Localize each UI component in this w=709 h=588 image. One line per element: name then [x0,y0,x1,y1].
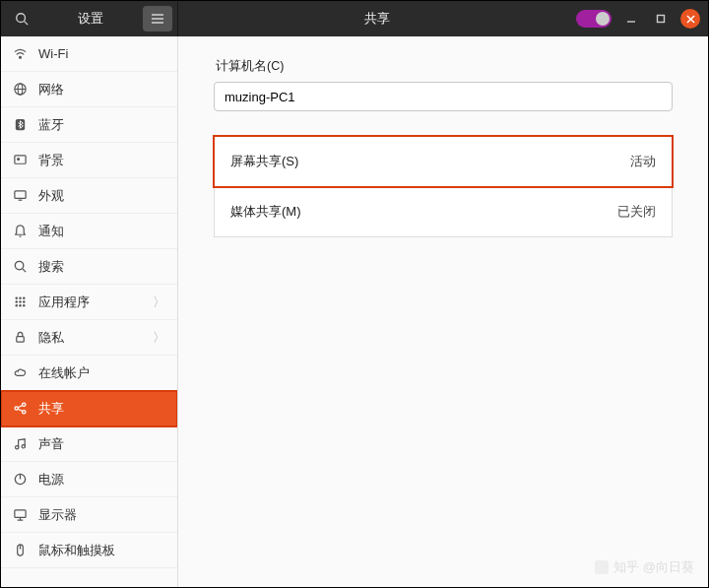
sidebar-item-label: 电源 [38,471,165,489]
setting-status: 活动 [630,153,656,170]
svg-point-26 [23,300,25,302]
svg-point-28 [19,304,21,306]
share-icon [13,401,28,416]
sidebar-item-power[interactable]: 电源 [1,462,177,497]
svg-point-22 [19,297,21,299]
sidebar-item-background[interactable]: 背景 [1,143,177,178]
setting-status: 已关闭 [617,203,656,221]
svg-rect-16 [15,191,26,199]
svg-point-37 [22,445,25,448]
svg-point-29 [23,304,25,306]
sharing-master-toggle[interactable] [576,10,612,28]
setting-row[interactable]: 媒体共享(M)已关闭 [214,186,673,237]
sidebar-item-label: 共享 [38,400,165,418]
sidebar-item-bell[interactable]: 通知 [1,214,177,249]
settings-title: 设置 [38,10,143,28]
lock-icon [13,330,28,345]
menu-button[interactable] [143,6,172,32]
hostname-label: 计算机名(C) [214,58,673,75]
sidebar-item-globe[interactable]: 网络 [1,72,177,107]
maximize-icon [656,14,666,24]
sidebar-item-apps[interactable]: 应用程序〉 [1,285,177,320]
svg-rect-14 [15,156,26,163]
minimize-icon [626,14,636,24]
sidebar-item-label: 蓝牙 [38,116,165,134]
svg-point-36 [16,446,19,449]
wifi-icon [13,46,28,61]
sidebar-item-display[interactable]: 显示器 [1,497,177,533]
display-icon [13,507,28,522]
sidebar-item-label: 通知 [38,223,165,240]
sidebar-item-label: 应用程序 [38,294,142,311]
svg-rect-6 [658,16,665,23]
sidebar-item-search[interactable]: 搜索 [1,249,177,285]
svg-line-20 [23,269,26,272]
svg-point-27 [16,304,18,306]
sidebar-item-label: 显示器 [38,506,165,524]
cloud-icon [13,365,28,380]
svg-line-1 [25,22,29,26]
sidebar-item-label: 隐私 [38,329,142,347]
chevron-right-icon: 〉 [153,329,165,347]
setting-label: 媒体共享(M) [230,203,301,221]
sidebar-item-wifi[interactable]: Wi-Fi [1,36,177,72]
sidebar-item-label: Wi-Fi [38,46,165,61]
svg-line-34 [18,406,23,408]
sidebar-item-label: 在线帐户 [38,364,165,382]
sidebar-item-label: 网络 [38,81,165,98]
sidebar-item-lock[interactable]: 隐私〉 [1,320,177,356]
svg-point-0 [17,14,26,23]
globe-icon [13,82,28,97]
sidebar-item-appearance[interactable]: 外观 [1,178,177,214]
svg-point-19 [15,261,23,269]
sidebar-item-label: 搜索 [38,258,165,276]
setting-row[interactable]: 屏幕共享(S)活动 [214,136,673,187]
bluetooth-icon [13,117,28,132]
svg-point-15 [18,159,20,161]
svg-point-25 [19,300,21,302]
svg-line-35 [18,409,23,411]
search-icon [15,12,29,26]
svg-point-32 [23,403,26,406]
svg-point-24 [16,300,18,302]
svg-rect-30 [17,337,25,343]
bell-icon [13,224,28,238]
close-icon [686,15,695,24]
content-area: 计算机名(C) 屏幕共享(S)活动媒体共享(M)已关闭 [178,36,708,587]
mouse-icon [13,543,28,557]
music-icon [13,436,28,451]
titlebar: 设置 共享 [1,1,708,36]
svg-point-21 [16,297,18,299]
svg-rect-40 [15,510,26,518]
chevron-right-icon: 〉 [153,294,165,311]
sidebar-item-label: 外观 [38,187,165,205]
sidebar-item-label: 背景 [38,152,165,169]
apps-icon [13,294,28,309]
sidebar-item-cloud[interactable]: 在线帐户 [1,356,177,391]
page-title: 共享 [178,10,576,28]
close-button[interactable] [680,9,700,29]
sidebar-item-music[interactable]: 声音 [1,426,177,462]
sidebar: Wi-Fi网络蓝牙背景外观通知搜索应用程序〉隐私〉在线帐户共享声音电源显示器鼠标… [1,36,178,587]
svg-point-33 [23,411,26,414]
maximize-button[interactable] [651,9,671,29]
svg-point-31 [15,407,18,410]
sidebar-item-label: 鼠标和触摸板 [38,542,165,559]
svg-point-23 [23,297,25,299]
hamburger-icon [151,14,164,24]
minimize-button[interactable] [621,9,641,29]
svg-point-9 [20,56,22,58]
setting-label: 屏幕共享(S) [230,153,298,170]
search-icon [13,259,28,274]
search-button[interactable] [5,5,38,33]
sidebar-item-share[interactable]: 共享 [1,391,177,426]
background-icon [13,153,28,167]
sidebar-item-label: 声音 [38,435,165,453]
sidebar-item-bluetooth[interactable]: 蓝牙 [1,107,177,143]
appearance-icon [13,188,28,203]
power-icon [13,472,28,487]
hostname-input[interactable] [214,82,673,111]
sidebar-item-mouse[interactable]: 鼠标和触摸板 [1,533,177,568]
